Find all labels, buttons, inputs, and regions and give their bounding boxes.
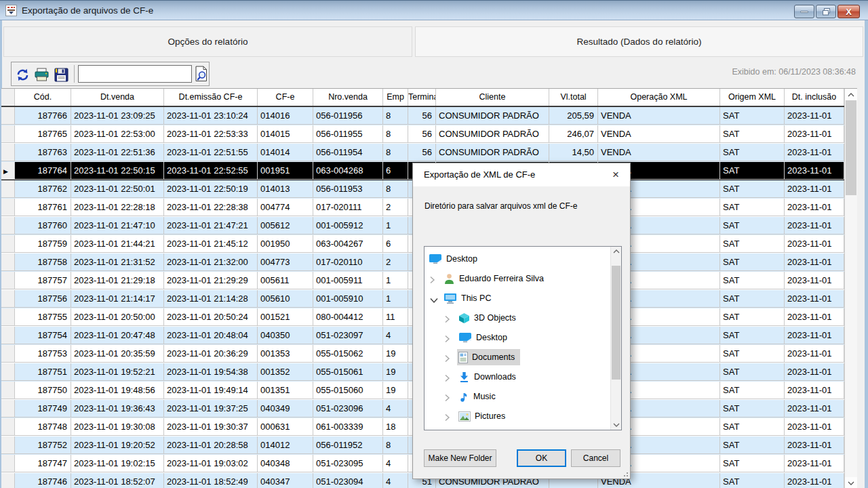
chevron-right-icon[interactable] [445, 392, 453, 401]
table-row[interactable]: 1877652023-11-01 22:53:002023-11-01 22:5… [1, 125, 844, 144]
table-cell: 2023-11-01 22:53:00 [71, 125, 164, 143]
scroll-up-button[interactable] [845, 89, 857, 100]
column-header[interactable]: Cód. [15, 89, 71, 106]
table-cell: 187746 [15, 473, 71, 488]
table-cell: 005612 [258, 217, 313, 235]
search-input[interactable] [78, 65, 192, 83]
tree-item-content[interactable]: Pictures [457, 408, 511, 424]
tree-item-content[interactable]: Desktop [427, 251, 483, 267]
chevron-down-icon[interactable] [430, 294, 438, 302]
tree-item-content[interactable]: Downloads [457, 369, 521, 385]
column-header[interactable]: Vl.total [549, 89, 598, 106]
column-header[interactable]: Origem XML [720, 89, 785, 106]
tree-item-documents[interactable]: Documents [425, 348, 610, 367]
scroll-down-button[interactable] [845, 477, 857, 488]
column-header[interactable]: Operação XML [598, 89, 720, 106]
cancel-button[interactable]: Cancel [571, 449, 620, 467]
tab-resultado[interactable]: Resultado (Dados do relatório) [415, 26, 863, 57]
resize-grip[interactable] [621, 470, 628, 476]
table-cell: 2023-11-01 20:28:58 [164, 436, 258, 454]
column-header[interactable]: Dt.emissão CF-e [164, 89, 258, 106]
tree-item-content[interactable]: Eduardo Ferreira Silva [442, 270, 549, 287]
table-cell: 2023-11-01 19:54:38 [164, 363, 258, 381]
desktop-icon [429, 253, 442, 264]
table-cell: 055-015060 [313, 382, 383, 399]
column-header[interactable]: Dt.venda [71, 89, 164, 106]
table-cell: 2023-11-01 [785, 217, 844, 235]
tree-item-desktop[interactable]: Desktop [425, 328, 610, 348]
print-button[interactable] [33, 66, 50, 83]
table-cell: SAT [720, 217, 785, 235]
chevron-right-icon[interactable] [445, 314, 453, 322]
row-gutter [1, 363, 15, 381]
make-new-folder-button[interactable]: Make New Folder [424, 449, 496, 467]
tree-item-label: Desktop [476, 333, 507, 342]
table-cell: 2023-11-01 19:20:52 [71, 436, 164, 454]
tree-item-desktop[interactable]: Desktop [425, 249, 610, 269]
chevron-right-icon[interactable] [445, 412, 453, 420]
chevron-right-icon[interactable] [445, 333, 453, 342]
table-row[interactable]: 1877662023-11-01 23:09:252023-11-01 23:1… [1, 107, 844, 125]
table-cell: 2023-11-01 21:14:17 [71, 290, 164, 308]
scrollbar-thumb[interactable] [846, 100, 856, 195]
tree-item-content[interactable]: Desktop [457, 329, 513, 346]
table-cell: 051-023097 [313, 327, 383, 344]
column-header[interactable]: Dt. inclusão [785, 89, 844, 106]
header-gutter [1, 89, 15, 106]
minimize-button[interactable] [794, 5, 814, 18]
table-cell: 187758 [15, 253, 71, 271]
chevron-up-icon [613, 249, 620, 253]
table-cell: SAT [720, 345, 785, 363]
table-cell: 18 [383, 418, 408, 436]
column-header[interactable]: Nro.venda [313, 89, 383, 106]
table-cell: 187750 [15, 382, 71, 399]
row-gutter [1, 400, 15, 418]
tree-item-downloads[interactable]: Downloads [425, 367, 610, 387]
row-gutter [1, 125, 15, 143]
tree-item-content[interactable]: 3D Objects [457, 310, 521, 326]
save-button[interactable] [53, 66, 69, 83]
column-header[interactable]: CF-e [258, 89, 313, 106]
tree-item-content[interactable]: Music [457, 388, 501, 405]
tree-item-3d-objects[interactable]: 3D Objects [425, 308, 610, 328]
tree-item-pictures[interactable]: Pictures [425, 407, 610, 426]
tree-item-this-pc[interactable]: This PC [425, 289, 610, 308]
table-cell: 2023-11-01 [785, 308, 844, 326]
row-gutter [1, 180, 15, 198]
tab-opcoes-do-relatorio[interactable]: Opções do relatório [3, 26, 412, 57]
dialog-close-button[interactable]: × [607, 165, 625, 184]
table-cell: 187761 [15, 199, 71, 216]
table-header-row: Cód.Dt.vendaDt.emissão CF-eCF-eNro.venda… [1, 89, 844, 107]
tree-scrollbar[interactable] [610, 247, 621, 430]
refresh-button[interactable] [14, 66, 31, 83]
column-header[interactable]: Terminal [408, 89, 436, 106]
table-scrollbar[interactable] [844, 89, 857, 488]
column-header[interactable]: Emp [383, 89, 408, 106]
close-button[interactable]: X [837, 5, 860, 18]
chevron-right-icon[interactable] [445, 353, 453, 361]
chevron-down-icon [613, 423, 620, 427]
table-cell: 001950 [258, 235, 313, 253]
titlebar: Exportação de arquivos de CF-e X [0, 0, 868, 20]
tree-item-content[interactable]: Documents [457, 349, 520, 365]
tab-label: Opções do relatório [168, 37, 248, 47]
tree-scrollbar-thumb[interactable] [612, 266, 620, 380]
table-cell: 8 [383, 107, 408, 125]
tree-item-music[interactable]: Music [425, 387, 610, 407]
column-header[interactable]: Cliente [436, 89, 549, 106]
restore-button[interactable] [816, 5, 836, 18]
table-cell: 2023-11-01 21:29:18 [71, 272, 164, 289]
table-cell: 2023-11-01 [785, 253, 844, 271]
table-cell: 8 [383, 144, 408, 161]
table-cell: SAT [720, 253, 785, 271]
preview-button[interactable] [193, 64, 209, 84]
row-gutter [1, 235, 15, 253]
table-row[interactable]: 1877632023-11-01 22:51:362023-11-01 22:5… [1, 144, 844, 162]
ok-button[interactable]: OK [517, 449, 566, 467]
table-cell: VENDA [598, 144, 720, 161]
table-cell: 2023-11-01 19:03:02 [164, 455, 258, 472]
chevron-right-icon[interactable] [445, 373, 453, 381]
tree-item-eduardo-ferreira-silva[interactable]: Eduardo Ferreira Silva [425, 269, 610, 289]
chevron-right-icon[interactable] [430, 274, 438, 283]
tree-item-content[interactable]: This PC [442, 290, 496, 306]
